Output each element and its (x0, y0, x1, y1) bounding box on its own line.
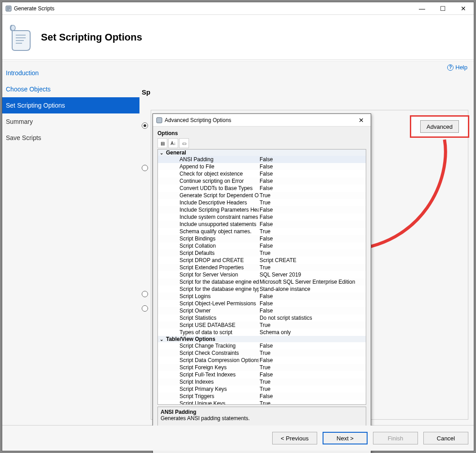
alphabetical-view-button[interactable]: A↓ (168, 138, 178, 148)
property-row[interactable]: Schema qualify object names.True (158, 228, 366, 235)
property-label: Script Logins (158, 293, 259, 299)
property-row[interactable]: Check for object existenceFalse (158, 170, 366, 177)
property-row[interactable]: Include system constraint namesFalse (158, 213, 366, 221)
property-row[interactable]: Script Object-Level PermissionsFalse (158, 300, 366, 307)
property-value[interactable]: True (259, 228, 366, 235)
property-row[interactable]: Generate Script for Dependent ObjectsTru… (158, 192, 366, 199)
property-value[interactable]: True (259, 250, 366, 256)
property-value[interactable]: False (259, 171, 366, 177)
property-value[interactable]: False (259, 308, 366, 314)
property-value[interactable]: False (259, 221, 366, 227)
property-row[interactable]: Append to FileFalse (158, 163, 366, 170)
property-value[interactable]: True (259, 350, 366, 356)
next-button[interactable]: Next > (323, 432, 368, 444)
property-value[interactable]: SQL Server 2019 (259, 272, 366, 278)
categorized-view-button[interactable]: ▤ (157, 138, 167, 148)
property-row[interactable]: Script Data Compression OptionsFalse (158, 357, 366, 364)
property-value[interactable]: False (259, 371, 366, 378)
property-row[interactable]: Script Foreign KeysTrue (158, 364, 366, 371)
property-row[interactable]: Script LoginsFalse (158, 293, 366, 300)
property-value[interactable]: False (259, 156, 366, 163)
property-row[interactable]: Script DROP and CREATEScript CREATE (158, 257, 366, 264)
property-value[interactable]: False (259, 243, 366, 249)
property-grid[interactable]: ⌄GeneralANSI PaddingFalseAppend to FileF… (157, 149, 366, 405)
property-row[interactable]: Script Full-Text IndexesFalse (158, 371, 366, 378)
property-label: Script Triggers (158, 393, 259, 399)
property-value[interactable]: Script CREATE (259, 257, 366, 263)
property-row[interactable]: Script for Server VersionSQL Server 2019 (158, 271, 366, 278)
property-value[interactable]: False (259, 214, 366, 220)
output-option-radio-4[interactable] (142, 305, 148, 312)
property-row[interactable]: Script Extended PropertiesTrue (158, 264, 366, 271)
property-pages-button[interactable]: ▭ (179, 138, 189, 148)
property-value[interactable]: False (259, 178, 366, 184)
property-row[interactable]: Script Check ConstraintsTrue (158, 349, 366, 357)
property-label: Script Change Tracking (158, 343, 259, 349)
property-row[interactable]: Include Descriptive HeadersTrue (158, 199, 366, 206)
property-value[interactable]: True (259, 400, 366, 405)
property-row[interactable]: ANSI PaddingFalse (158, 156, 366, 163)
property-value[interactable]: True (259, 386, 366, 392)
output-option-radio-2[interactable] (142, 165, 148, 171)
wizard-step-introduction[interactable]: Introduction (2, 65, 139, 81)
property-value[interactable]: False (259, 343, 366, 349)
property-row[interactable]: Script BindingsFalse (158, 235, 366, 242)
property-value[interactable]: False (259, 207, 366, 213)
category-table-view-options[interactable]: ⌄Table/View Options (158, 336, 366, 342)
close-button[interactable]: ✕ (453, 2, 474, 15)
property-value[interactable]: True (259, 364, 366, 371)
property-value[interactable]: Schema only (259, 329, 366, 335)
wizard-step-save-scripts[interactable]: Save Scripts (2, 130, 139, 146)
property-row[interactable]: Continue scripting on ErrorFalse (158, 177, 366, 185)
property-row[interactable]: Types of data to scriptSchema only (158, 329, 366, 336)
dialog-close-button[interactable]: ✕ (355, 117, 368, 124)
property-row[interactable]: Script IndexesTrue (158, 378, 366, 385)
category-general[interactable]: ⌄General (158, 149, 366, 156)
property-label: Append to File (158, 163, 259, 170)
property-value[interactable]: True (259, 192, 366, 199)
property-row[interactable]: Script Change TrackingFalse (158, 342, 366, 349)
minimize-button[interactable]: — (412, 2, 432, 15)
previous-button[interactable]: < Previous (272, 432, 317, 444)
property-value[interactable]: Microsoft SQL Server Enterprise Edition (259, 279, 366, 285)
property-value[interactable]: True (259, 379, 366, 385)
property-label: Script DROP and CREATE (158, 257, 259, 263)
property-value[interactable]: True (259, 199, 366, 206)
wizard-step-choose-objects[interactable]: Choose Objects (2, 81, 139, 97)
property-value[interactable]: Stand-alone instance (259, 286, 366, 292)
property-row[interactable]: Script TriggersFalse (158, 393, 366, 400)
property-row[interactable]: Script DefaultsTrue (158, 249, 366, 257)
property-value[interactable]: False (259, 293, 366, 299)
property-value[interactable]: False (259, 357, 366, 363)
output-option-radio-1[interactable] (142, 122, 148, 129)
property-value[interactable]: False (259, 163, 366, 170)
property-row[interactable]: Script Unique KeysTrue (158, 400, 366, 405)
property-label: Convert UDDTs to Base Types (158, 185, 259, 191)
property-value[interactable]: Do not script statistics (259, 315, 366, 321)
property-row[interactable]: Include Scripting Parameters HeaderFalse (158, 206, 366, 213)
wizard-step-set-scripting-options[interactable]: Set Scripting Options (2, 97, 139, 113)
maximize-button[interactable]: ☐ (432, 2, 453, 15)
property-label: Script for Server Version (158, 272, 259, 278)
output-option-radio-3[interactable] (142, 291, 148, 297)
property-value[interactable]: False (259, 236, 366, 242)
property-row[interactable]: Script StatisticsDo not script statistic… (158, 314, 366, 322)
property-row[interactable]: Script OwnerFalse (158, 307, 366, 314)
property-value[interactable]: True (259, 264, 366, 271)
help-link[interactable]: ? Help (447, 64, 467, 71)
property-row[interactable]: Convert UDDTs to Base TypesFalse (158, 185, 366, 192)
property-label: Types of data to script (158, 329, 259, 335)
wizard-cancel-button[interactable]: Cancel (423, 432, 468, 444)
property-row[interactable]: Script Primary KeysTrue (158, 385, 366, 393)
property-value[interactable]: False (259, 185, 366, 191)
property-value[interactable]: True (259, 322, 366, 328)
property-value[interactable]: False (259, 393, 366, 399)
advanced-button[interactable]: Advanced (420, 120, 459, 133)
wizard-step-summary[interactable]: Summary (2, 113, 139, 130)
property-row[interactable]: Script for the database engine editionMi… (158, 278, 366, 285)
property-row[interactable]: Script for the database engine typeStand… (158, 285, 366, 293)
property-value[interactable]: False (259, 300, 366, 307)
property-row[interactable]: Script CollationFalse (158, 242, 366, 249)
property-row[interactable]: Include unsupported statementsFalse (158, 221, 366, 228)
property-row[interactable]: Script USE DATABASETrue (158, 322, 366, 329)
